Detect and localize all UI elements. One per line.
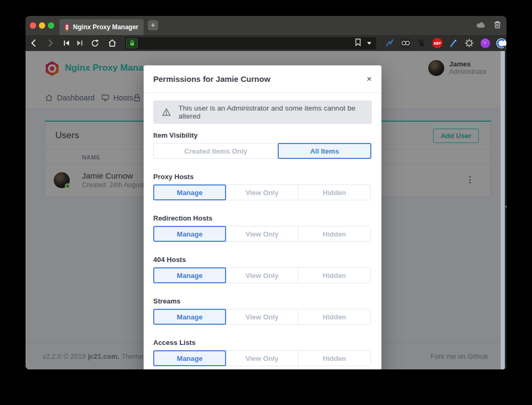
extension-gauge-icon[interactable] xyxy=(496,38,506,48)
streams-button-group: Manage View Only Hidden xyxy=(153,309,372,325)
forward-button[interactable] xyxy=(44,37,57,49)
extension-blue-lines-icon[interactable] xyxy=(384,38,395,48)
extension-goggles-icon[interactable] xyxy=(400,38,411,48)
window-edge-strip xyxy=(505,51,506,369)
option-view-only[interactable]: View Only xyxy=(226,226,298,242)
trash-icon[interactable] xyxy=(494,21,501,31)
tab-title: Nginx Proxy Manager xyxy=(73,23,138,31)
option-hidden[interactable]: Hidden xyxy=(298,350,371,366)
404-hosts-button-group: Manage View Only Hidden xyxy=(153,267,372,283)
option-manage[interactable]: Manage xyxy=(153,226,226,242)
bookmark-flag-icon[interactable] xyxy=(355,38,361,48)
proxy-hosts-button-group: Manage View Only Hidden xyxy=(153,184,372,200)
option-manage[interactable]: Manage xyxy=(153,184,226,200)
extension-pen-icon[interactable] xyxy=(448,38,459,48)
https-lock-icon[interactable] xyxy=(126,38,138,48)
extension-gear-icon[interactable] xyxy=(464,38,475,48)
rewind-button[interactable] xyxy=(60,37,73,49)
visibility-button-group: Created Items Only All Items xyxy=(153,143,372,159)
perm-section-streams: Streams Manage View Only Hidden xyxy=(153,297,372,325)
traffic-lights xyxy=(30,22,54,29)
page-viewport: Nginx Proxy Manager James Administrator xyxy=(26,51,506,369)
browser-toolbar: ABP xyxy=(26,35,506,51)
option-manage[interactable]: Manage xyxy=(153,267,226,283)
tabbar-right-controls xyxy=(476,16,501,35)
perm-section-proxy-hosts: Proxy Hosts Manage View Only Hidden xyxy=(153,173,372,200)
window-close-button[interactable] xyxy=(30,22,36,29)
perm-section-label: Streams xyxy=(153,297,372,306)
browser-tab-bar: Nginx Proxy Manager + xyxy=(26,16,506,35)
perm-section-label: Item Visibility xyxy=(153,131,372,140)
extension-purple-icon[interactable] xyxy=(480,38,491,48)
modal-body: This user is an Administrator and some i… xyxy=(144,93,381,366)
perm-section-redirection-hosts: Redirection Hosts Manage View Only Hidde… xyxy=(153,214,372,242)
warning-icon xyxy=(162,107,171,117)
permissions-modal: Permissions for Jamie Curnow × This user… xyxy=(144,65,381,369)
redirection-hosts-button-group: Manage View Only Hidden xyxy=(153,226,372,242)
option-view-only[interactable]: View Only xyxy=(226,184,298,200)
browser-window: Nginx Proxy Manager + xyxy=(26,16,506,369)
npm-favicon-icon xyxy=(65,23,69,31)
bookmark-dropdown-icon[interactable] xyxy=(367,42,371,45)
perm-section-label: Proxy Hosts xyxy=(153,173,372,181)
window-zoom-button[interactable] xyxy=(48,22,54,29)
window-minimize-button[interactable] xyxy=(39,22,45,29)
alert-text: This user is an Administrator and some i… xyxy=(179,104,364,120)
perm-section-access-lists: Access Lists Manage View Only Hidden xyxy=(153,339,372,366)
home-button[interactable] xyxy=(106,37,119,49)
back-button[interactable] xyxy=(28,37,40,49)
sync-cloud-icon[interactable] xyxy=(476,21,486,30)
access-lists-button-group: Manage View Only Hidden xyxy=(153,350,372,366)
option-manage[interactable]: Manage xyxy=(153,350,226,366)
new-tab-button[interactable]: + xyxy=(148,20,158,30)
perm-section-label: Access Lists xyxy=(153,339,372,347)
perm-section-404-hosts: 404 Hosts Manage View Only Hidden xyxy=(153,256,372,283)
adblock-plus-icon[interactable]: ABP xyxy=(432,38,443,48)
admin-alert: This user is an Administrator and some i… xyxy=(153,100,372,124)
modal-header: Permissions for Jamie Curnow × xyxy=(144,65,381,93)
screenshot-stage: Nginx Proxy Manager + xyxy=(0,0,532,405)
option-hidden[interactable]: Hidden xyxy=(298,184,371,200)
browser-tab[interactable]: Nginx Proxy Manager xyxy=(60,19,144,35)
modal-title: Permissions for Jamie Curnow xyxy=(153,74,270,83)
fast-forward-button[interactable] xyxy=(74,37,87,49)
extension-icons: ABP xyxy=(384,38,506,48)
option-all-items[interactable]: All Items xyxy=(278,143,371,159)
extension-foot-icon[interactable] xyxy=(416,38,427,48)
panel-toggle-arrow-icon[interactable] xyxy=(505,204,506,209)
address-bar[interactable] xyxy=(125,37,376,49)
perm-section-label: Redirection Hosts xyxy=(153,214,372,223)
perm-section-label: 404 Hosts xyxy=(153,256,372,264)
option-view-only[interactable]: View Only xyxy=(226,350,298,366)
page-scrollbar[interactable] xyxy=(501,51,505,369)
option-view-only[interactable]: View Only xyxy=(226,309,298,325)
option-hidden[interactable]: Hidden xyxy=(298,226,371,242)
option-hidden[interactable]: Hidden xyxy=(298,267,371,283)
close-icon[interactable]: × xyxy=(367,74,372,83)
option-manage[interactable]: Manage xyxy=(153,309,226,325)
option-created-items-only[interactable]: Created Items Only xyxy=(153,143,278,159)
perm-section-item-visibility: Item Visibility Created Items Only All I… xyxy=(153,131,372,159)
reload-icon[interactable] xyxy=(89,37,102,49)
option-hidden[interactable]: Hidden xyxy=(298,309,371,325)
abp-label: ABP xyxy=(434,41,441,45)
option-view-only[interactable]: View Only xyxy=(226,267,298,283)
